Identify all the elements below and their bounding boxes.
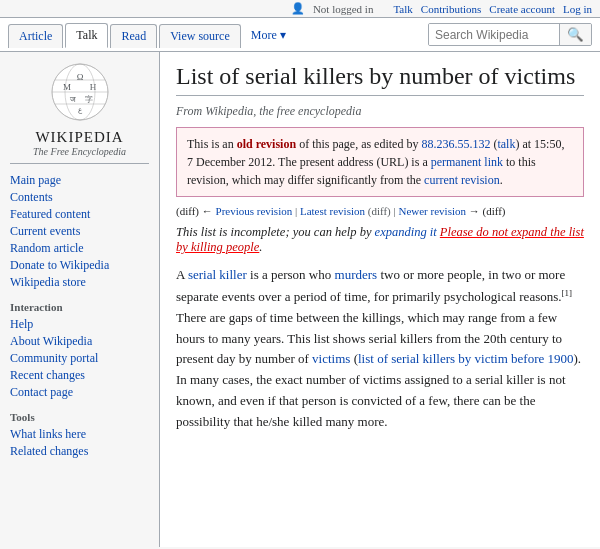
revision-text-1: This is an bbox=[187, 137, 237, 151]
tab-talk[interactable]: Talk bbox=[65, 23, 108, 48]
list-before-1900-link[interactable]: list of serial killers by victim before … bbox=[358, 351, 574, 366]
talk-link[interactable]: Talk bbox=[393, 3, 412, 15]
wikipedia-logo: Ω M H ज 字 ع bbox=[45, 60, 115, 125]
sidebar-item-store[interactable]: Wikipedia store bbox=[10, 274, 149, 291]
sidebar-item-featured[interactable]: Featured content bbox=[10, 206, 149, 223]
header-tabs: Article Talk Read View source More ▾ bbox=[8, 22, 428, 47]
sidebar-nav: Main page Contents Featured content Curr… bbox=[10, 172, 149, 291]
sidebar-item-recent[interactable]: Recent changes bbox=[10, 367, 149, 384]
svg-text:M: M bbox=[62, 82, 70, 92]
logo-area: Ω M H ज 字 ع Wikipedia The Free Encyclope… bbox=[10, 60, 149, 164]
sidebar-tools: Tools What links here Related changes bbox=[10, 411, 149, 460]
sidebar-tools-title: Tools bbox=[10, 411, 149, 423]
old-revision-label: old revision bbox=[237, 137, 296, 151]
latest-revision-link[interactable]: Latest revision bbox=[300, 205, 365, 217]
sidebar-item-community[interactable]: Community portal bbox=[10, 350, 149, 367]
sidebar-item-contact[interactable]: Contact page bbox=[10, 384, 149, 401]
top-bar: 👤 Not logged in Talk Contributions Creat… bbox=[0, 0, 600, 18]
sidebar-item-current-events[interactable]: Current events bbox=[10, 223, 149, 240]
wiki-subtitle: The Free Encyclopedia bbox=[10, 146, 149, 157]
svg-text:H: H bbox=[89, 82, 96, 92]
tab-article[interactable]: Article bbox=[8, 24, 63, 48]
current-revision-link[interactable]: current revision bbox=[424, 173, 500, 187]
layout: Ω M H ज 字 ع Wikipedia The Free Encyclope… bbox=[0, 52, 600, 547]
header: Article Talk Read View source More ▾ 🔍 bbox=[0, 18, 600, 52]
create-account-link[interactable]: Create account bbox=[489, 3, 555, 15]
contributions-link[interactable]: Contributions bbox=[421, 3, 482, 15]
serial-killer-link[interactable]: serial killer bbox=[188, 267, 247, 282]
not-logged-in: Not logged in bbox=[313, 3, 374, 15]
search-box: 🔍 bbox=[428, 23, 592, 46]
sidebar: Ω M H ज 字 ع Wikipedia The Free Encyclope… bbox=[0, 52, 160, 547]
content: List of serial killers by number of vict… bbox=[160, 52, 600, 547]
user-icon: 👤 bbox=[291, 2, 305, 15]
newer-revision-link[interactable]: Newer revision bbox=[398, 205, 466, 217]
tab-view-source[interactable]: View source bbox=[159, 24, 241, 48]
revision-nav: (diff) ← Previous revision | Latest revi… bbox=[176, 205, 584, 217]
tab-more[interactable]: More ▾ bbox=[243, 24, 294, 47]
article-body: A serial killer is a person who murders … bbox=[176, 265, 584, 433]
svg-text:Ω: Ω bbox=[76, 72, 83, 82]
incomplete-note: This list is incomplete; you can help by… bbox=[176, 225, 584, 255]
sidebar-interaction: Interaction Help About Wikipedia Communi… bbox=[10, 301, 149, 401]
sidebar-item-whatlinks[interactable]: What links here bbox=[10, 426, 149, 443]
incomplete-text-1: This list is incomplete; you can help by bbox=[176, 225, 375, 239]
svg-text:ज: ज bbox=[69, 95, 76, 104]
permanent-link[interactable]: permanent link bbox=[431, 155, 503, 169]
murders-link[interactable]: murders bbox=[335, 267, 378, 282]
prev-revision-link[interactable]: Previous revision bbox=[216, 205, 293, 217]
ip-address-link[interactable]: 88.236.55.132 bbox=[421, 137, 490, 151]
from-wiki: From Wikipedia, the free encyclopedia bbox=[176, 104, 584, 119]
search-button[interactable]: 🔍 bbox=[559, 24, 591, 45]
sidebar-item-main-page[interactable]: Main page bbox=[10, 172, 149, 189]
victims-link[interactable]: victims bbox=[312, 351, 350, 366]
talk-link-rev[interactable]: talk bbox=[497, 137, 515, 151]
sidebar-item-random[interactable]: Random article bbox=[10, 240, 149, 257]
sidebar-item-related[interactable]: Related changes bbox=[10, 443, 149, 460]
sidebar-item-contents[interactable]: Contents bbox=[10, 189, 149, 206]
revision-text-6: . bbox=[500, 173, 503, 187]
page-title: List of serial killers by number of vict… bbox=[176, 62, 584, 96]
sidebar-interaction-title: Interaction bbox=[10, 301, 149, 313]
sidebar-item-about[interactable]: About Wikipedia bbox=[10, 333, 149, 350]
ref-1: [1] bbox=[562, 288, 573, 298]
expanding-link[interactable]: expanding it bbox=[375, 225, 437, 239]
revision-text-2: of this page, as edited by bbox=[296, 137, 421, 151]
search-input[interactable] bbox=[429, 24, 559, 45]
tab-read[interactable]: Read bbox=[110, 24, 157, 48]
sidebar-item-help[interactable]: Help bbox=[10, 316, 149, 333]
revision-box: This is an old revision of this page, as… bbox=[176, 127, 584, 197]
sidebar-item-donate[interactable]: Donate to Wikipedia bbox=[10, 257, 149, 274]
svg-text:字: 字 bbox=[85, 95, 93, 104]
wiki-title: Wikipedia bbox=[10, 129, 149, 146]
login-link[interactable]: Log in bbox=[563, 3, 592, 15]
